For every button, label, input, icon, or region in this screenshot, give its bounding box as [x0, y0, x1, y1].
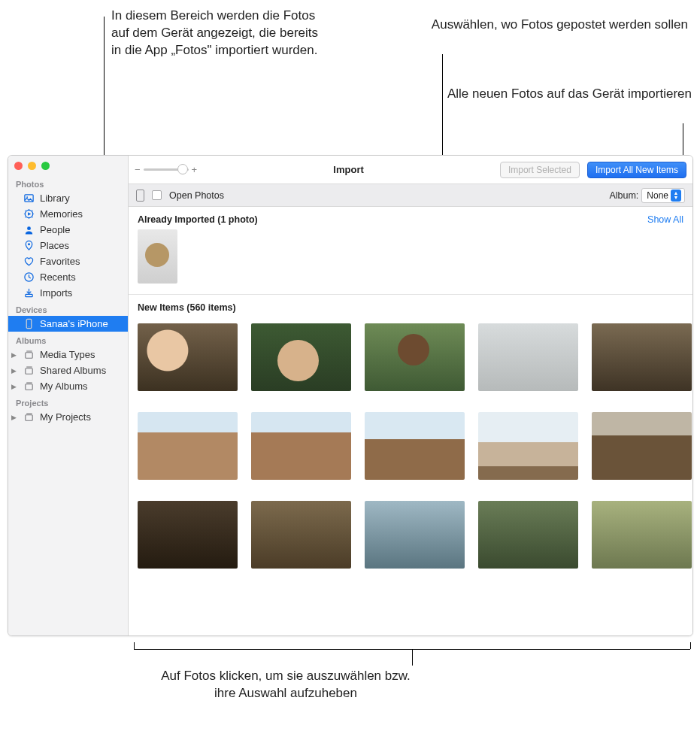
sidebar-section-devices: Devices [8, 301, 128, 316]
stack-icon [23, 381, 35, 392]
svg-rect-13 [26, 415, 32, 421]
photo-thumb[interactable] [478, 501, 578, 569]
sidebar-item-places[interactable]: Places [8, 238, 128, 253]
sidebar-item-shared-albums[interactable]: ▶ Shared Albums [8, 362, 128, 378]
sidebar-section-photos: Photos [8, 175, 128, 190]
minimize-window-button[interactable] [28, 162, 36, 170]
import-all-button[interactable]: Import All New Items [587, 162, 686, 178]
sidebar-item-label: Shared Albums [40, 365, 106, 376]
svg-rect-10 [26, 353, 32, 359]
stack-icon [23, 365, 35, 376]
sidebar-item-label: My Albums [40, 381, 88, 392]
svg-point-9 [29, 326, 29, 327]
photo-thumb[interactable] [365, 501, 465, 569]
show-all-link[interactable]: Show All [647, 214, 683, 225]
svg-point-5 [28, 243, 30, 245]
svg-rect-11 [26, 368, 32, 375]
fullscreen-window-button[interactable] [41, 162, 50, 170]
svg-point-1 [26, 196, 28, 198]
photo-thumb[interactable] [365, 323, 465, 391]
sidebar-item-label: Library [40, 193, 70, 204]
heart-icon [23, 256, 35, 267]
album-label: Album: [609, 190, 638, 201]
updown-arrows-icon: ▲▼ [671, 190, 681, 202]
photo-thumb[interactable] [138, 323, 238, 391]
memories-icon [23, 208, 35, 220]
new-items-heading: New Items (560 items) [138, 302, 683, 323]
photo-thumb[interactable] [478, 412, 578, 480]
import-selected-button[interactable]: Import Selected [500, 162, 580, 178]
svg-rect-12 [26, 384, 32, 390]
svg-point-4 [27, 226, 31, 230]
import-options-bar: Open Photos Album: None ▲▼ [129, 184, 692, 207]
sidebar: Photos Library Memories People Places [8, 156, 129, 635]
photo-thumb[interactable] [251, 323, 351, 391]
sidebar-item-my-albums[interactable]: ▶ My Albums [8, 378, 128, 394]
sidebar-item-label: People [40, 224, 70, 235]
photo-thumb[interactable] [592, 412, 692, 480]
photo-thumb[interactable] [138, 501, 238, 569]
stack-icon [23, 411, 35, 423]
toolbar: − + Import Import Selected Import All Ne… [129, 156, 692, 184]
photo-thumb[interactable] [138, 229, 177, 284]
callout-line [134, 642, 135, 649]
photo-thumb[interactable] [138, 412, 238, 480]
sidebar-item-device[interactable]: Sanaa's iPhone [8, 316, 128, 332]
callout-line [690, 642, 691, 649]
sidebar-item-recents[interactable]: Recents [8, 269, 128, 285]
album-select[interactable]: None ▲▼ [641, 188, 685, 203]
callout-import-all: Alle neuen Fotos auf das Gerät importier… [421, 86, 692, 103]
photo-thumb[interactable] [592, 323, 692, 391]
toolbar-title: Import [205, 164, 492, 175]
svg-rect-7 [26, 294, 32, 296]
sidebar-item-people[interactable]: People [8, 222, 128, 238]
photo-thumb[interactable] [365, 412, 465, 480]
open-photos-checkbox[interactable] [152, 190, 162, 200]
sidebar-item-label: Places [40, 240, 69, 251]
sidebar-item-library[interactable]: Library [8, 190, 128, 206]
chevron-right-icon: ▶ [11, 351, 17, 359]
chevron-right-icon: ▶ [11, 367, 17, 375]
sidebar-item-favorites[interactable]: Favorites [8, 253, 128, 269]
new-items-grid [138, 323, 683, 569]
open-photos-label: Open Photos [169, 190, 224, 201]
main-content: − + Import Import Selected Import All Ne… [129, 156, 692, 635]
callout-album-destination: Auswählen, wo Fotos gepostet werden soll… [417, 17, 688, 34]
sidebar-item-label: Sanaa's iPhone [40, 318, 108, 329]
sidebar-item-media-types[interactable]: ▶ Media Types [8, 347, 128, 362]
sidebar-item-label: Media Types [40, 349, 95, 360]
callout-already-imported: In diesem Bereich werden die Fotos auf d… [111, 8, 322, 59]
zoom-slider[interactable]: − + [135, 164, 197, 175]
import-icon [23, 287, 35, 299]
photo-thumb[interactable] [251, 501, 351, 569]
sidebar-item-imports[interactable]: Imports [8, 285, 128, 301]
people-icon [23, 224, 35, 235]
plus-icon: + [192, 164, 198, 175]
iphone-icon [23, 318, 35, 329]
sidebar-item-label: Memories [40, 208, 83, 220]
device-icon [136, 190, 144, 202]
divider [129, 294, 692, 295]
places-icon [23, 240, 35, 251]
clock-icon [23, 271, 35, 283]
sidebar-item-memories[interactable]: Memories [8, 206, 128, 222]
chevron-right-icon: ▶ [11, 383, 17, 390]
photos-app-window: Photos Library Memories People Places [8, 155, 693, 636]
album-select-value: None [647, 190, 668, 201]
already-imported-heading: Already Imported (1 photo) [138, 214, 258, 225]
photo-thumb[interactable] [251, 412, 351, 480]
sidebar-item-label: Imports [40, 287, 72, 299]
callout-line [412, 649, 413, 666]
content-scroll[interactable]: Already Imported (1 photo) Show All New … [129, 207, 692, 635]
sidebar-section-albums: Albums [8, 332, 128, 347]
photo-thumb[interactable] [478, 323, 578, 391]
sidebar-item-my-projects[interactable]: ▶ My Projects [8, 409, 128, 425]
callout-select-photos: Auf Fotos klicken, um sie auszuwählen bz… [150, 668, 421, 702]
sidebar-section-projects: Projects [8, 394, 128, 409]
minus-icon: − [135, 164, 141, 175]
chevron-right-icon: ▶ [11, 414, 17, 421]
close-window-button[interactable] [14, 162, 23, 170]
photo-thumb[interactable] [592, 501, 692, 569]
sidebar-item-label: Recents [40, 271, 76, 283]
svg-marker-3 [28, 212, 31, 216]
